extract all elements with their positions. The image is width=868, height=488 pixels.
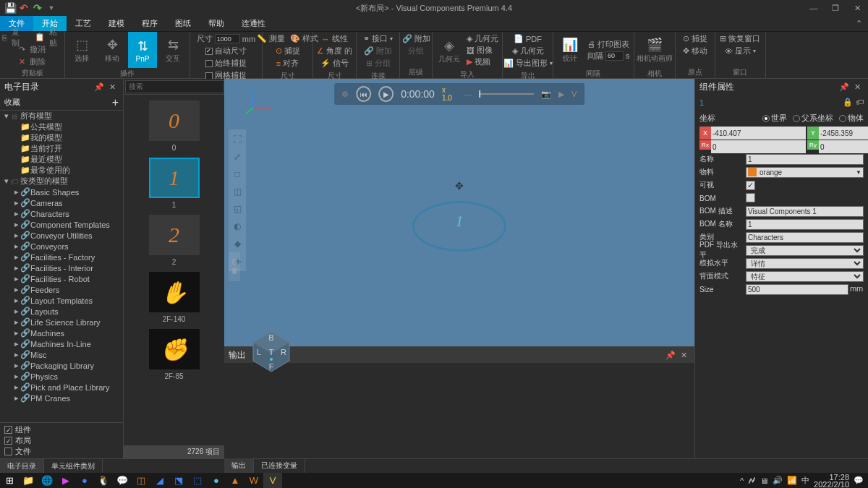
tree-node[interactable]: 🔗Layouts: [0, 306, 123, 317]
paste-icon[interactable]: 📋: [35, 33, 45, 42]
qq-icon[interactable]: 🐧: [94, 473, 113, 488]
geom-button[interactable]: ◈几何元: [435, 33, 464, 69]
undo-icon[interactable]: ↷: [19, 45, 25, 54]
files-checkbox[interactable]: [4, 448, 12, 455]
geom2-icon[interactable]: ◈: [467, 34, 472, 43]
close-icon[interactable]: ✕: [851, 82, 864, 92]
components-checkbox[interactable]: ✓: [4, 426, 12, 434]
measure-icon[interactable]: 📏: [257, 34, 267, 43]
viewport-3d[interactable]: ⚙ ⏮ ▶ 0:00:00 x 1.0 — 📷 ▶ ᐯ ⛶⤢ □◫ ◱◐ ◆◈ …: [224, 79, 694, 346]
pin-icon[interactable]: 📌: [93, 82, 106, 92]
lock-icon[interactable]: 🔒: [843, 98, 853, 107]
bom-checkbox[interactable]: [746, 193, 755, 202]
pin-icon[interactable]: 📌: [664, 351, 677, 360]
copy-icon[interactable]: ⎘: [2, 33, 7, 42]
move-button[interactable]: ✥移动: [98, 32, 127, 68]
box-icon[interactable]: □: [229, 167, 246, 181]
wifi-icon[interactable]: 📶: [787, 476, 797, 485]
expand-icon[interactable]: ⤢: [229, 150, 246, 164]
geom3-icon[interactable]: ◈: [512, 46, 518, 56]
size-input[interactable]: [746, 284, 848, 295]
tag-icon[interactable]: 🏷: [856, 98, 864, 107]
tray-expand-icon[interactable]: ^: [740, 476, 744, 485]
monitor-icon[interactable]: 🖥: [760, 476, 768, 485]
close-icon[interactable]: ✕: [106, 82, 119, 92]
catalog-item[interactable]: 22: [149, 215, 200, 266]
tree-node[interactable]: ▸📁当前打开: [0, 143, 123, 154]
app5-icon[interactable]: ●: [207, 473, 226, 488]
rec-icon[interactable]: ▶: [558, 90, 564, 99]
catalog-item[interactable]: 00: [149, 100, 200, 152]
attach2-icon[interactable]: 🔗: [402, 34, 412, 43]
tree-node[interactable]: 🔗Machines In-Line: [0, 338, 123, 349]
redo-icon[interactable]: ↷: [32, 2, 43, 14]
y-input[interactable]: [819, 127, 868, 140]
vc-icon[interactable]: V: [263, 473, 282, 488]
tab-help[interactable]: 帮助: [200, 16, 233, 31]
bomname-input[interactable]: [746, 219, 864, 230]
camera-animator-button[interactable]: 🎬相机动画师: [637, 32, 673, 68]
tree-node[interactable]: 🔗Conveyors: [0, 241, 123, 252]
tree-node[interactable]: 🔗Facilities - Interior: [0, 262, 123, 273]
restore-icon[interactable]: ⊞: [720, 34, 726, 43]
volume-icon[interactable]: 🔊: [773, 476, 783, 485]
interval-input[interactable]: [605, 51, 624, 61]
interact-button[interactable]: ⇆交互: [158, 32, 187, 68]
tree-node[interactable]: 🔗Layout Templates: [0, 295, 123, 306]
start-button[interactable]: ⊞: [0, 473, 19, 488]
rx-input[interactable]: [711, 140, 806, 153]
app3-icon[interactable]: ◫: [132, 473, 150, 488]
tree-node[interactable]: ▸📁公共模型: [0, 121, 123, 132]
catalog-item[interactable]: 11: [149, 158, 200, 209]
matlab-icon[interactable]: ▲: [226, 473, 244, 488]
print-icon[interactable]: 🖨: [587, 40, 595, 48]
interface-icon[interactable]: ⚭: [363, 34, 370, 43]
cam-icon[interactable]: 📷: [541, 90, 551, 99]
world-radio[interactable]: 世界: [762, 113, 787, 124]
catalog-item[interactable]: ✋2F-140: [149, 272, 200, 323]
snap-checkbox[interactable]: [205, 60, 213, 67]
maximize-button[interactable]: ❐: [825, 0, 846, 16]
tree-node[interactable]: 🔗Physics: [0, 371, 123, 382]
tab-connectivity[interactable]: 连通性: [233, 16, 274, 31]
tree-node[interactable]: 🔗Facilities - Robot: [0, 273, 123, 284]
delete-icon[interactable]: ✕: [19, 57, 25, 67]
app6-icon[interactable]: W: [244, 473, 263, 488]
tree-node[interactable]: ▸📁最近模型: [0, 154, 123, 165]
clock[interactable]: 17:282022/2/10: [814, 474, 849, 488]
bomdesc-input[interactable]: [746, 206, 864, 217]
play-button[interactable]: ▶: [378, 86, 393, 102]
tree-node[interactable]: ▸📁最常使用的: [0, 165, 123, 176]
tab-ecatalog[interactable]: 电子目录: [0, 459, 44, 473]
fit-icon[interactable]: ⛶: [229, 132, 246, 147]
pdf-icon[interactable]: 📄: [514, 34, 524, 43]
tree-node[interactable]: 🔗Basic Shapes: [0, 187, 123, 197]
x-input[interactable]: [711, 127, 806, 140]
favorites-header[interactable]: 收藏+: [0, 95, 123, 111]
cube-icon[interactable]: ◫: [229, 184, 246, 199]
color-icon[interactable]: ◆: [229, 236, 246, 251]
angle-icon[interactable]: ∠: [317, 46, 324, 56]
app4-icon[interactable]: ⬚: [188, 473, 207, 488]
tree-node[interactable]: 🔗Misc: [0, 349, 123, 360]
tree-node[interactable]: 🔗Packaging Library: [0, 360, 123, 371]
tree-node[interactable]: 🔗Characters: [0, 208, 123, 219]
tree-node[interactable]: 🔗PM Cranes: [0, 393, 123, 403]
tree-node[interactable]: 🔗Facilities - Factory: [0, 252, 123, 262]
app1-icon[interactable]: ▶: [56, 473, 75, 488]
tree-node[interactable]: 🖥所有模型: [0, 111, 123, 121]
dim-input[interactable]: [215, 34, 240, 43]
tab-modeling[interactable]: 建模: [100, 16, 133, 31]
capture-icon[interactable]: ⊙: [683, 34, 689, 43]
wechat-icon[interactable]: 💬: [113, 473, 132, 488]
tab-process[interactable]: 工艺: [67, 16, 100, 31]
autosize-checkbox[interactable]: [205, 48, 213, 55]
signal-icon[interactable]: ⚡: [320, 59, 331, 68]
timeline-slider[interactable]: [479, 93, 533, 95]
undo-icon[interactable]: ↶: [18, 2, 30, 14]
align-icon[interactable]: ≡: [276, 59, 281, 68]
select-button[interactable]: ⬚选择: [67, 32, 96, 68]
tab-linked[interactable]: 已连接变量: [254, 458, 305, 473]
nav-cube[interactable]: B L T R F: [246, 325, 297, 375]
tree-node[interactable]: 🔗Pick and Place Library: [0, 382, 123, 393]
